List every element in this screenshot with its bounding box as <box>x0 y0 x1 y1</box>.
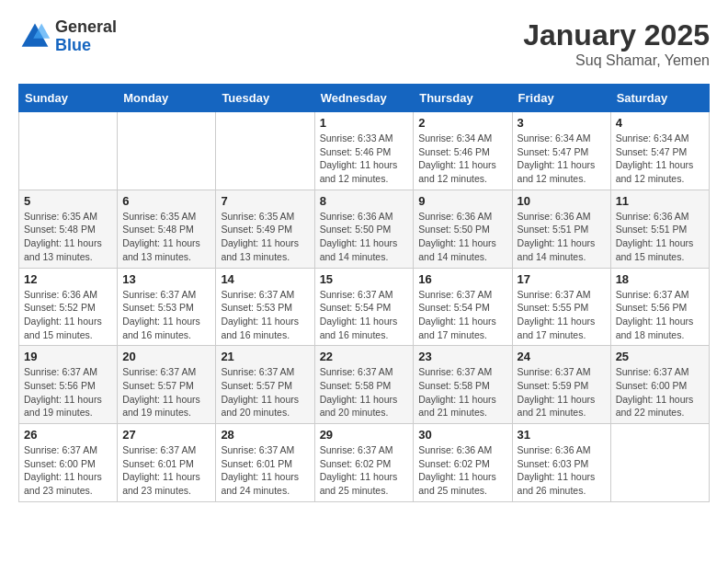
calendar-week-row: 1Sunrise: 6:33 AMSunset: 5:46 PMDaylight… <box>19 112 710 190</box>
weekday-header-tuesday: Tuesday <box>216 85 314 112</box>
logo: General Blue <box>18 18 117 55</box>
day-number: 29 <box>320 428 409 442</box>
day-info: Sunrise: 6:37 AMSunset: 5:54 PMDaylight:… <box>320 288 409 342</box>
logo-icon <box>18 20 51 53</box>
calendar-cell: 30Sunrise: 6:36 AMSunset: 6:02 PMDayligh… <box>414 424 512 502</box>
calendar-cell: 4Sunrise: 6:34 AMSunset: 5:47 PMDaylight… <box>610 112 709 190</box>
day-number: 17 <box>518 272 606 286</box>
day-info: Sunrise: 6:35 AMSunset: 5:48 PMDaylight:… <box>122 210 210 264</box>
calendar-cell <box>216 112 314 190</box>
day-number: 28 <box>221 428 309 442</box>
calendar-cell: 21Sunrise: 6:37 AMSunset: 5:57 PMDayligh… <box>216 346 314 424</box>
day-info: Sunrise: 6:37 AMSunset: 5:58 PMDaylight:… <box>418 365 506 419</box>
day-number: 31 <box>518 428 606 442</box>
calendar-cell: 26Sunrise: 6:37 AMSunset: 6:00 PMDayligh… <box>19 424 118 502</box>
day-number: 6 <box>122 194 210 208</box>
calendar-cell <box>19 112 118 190</box>
calendar-cell <box>610 424 709 502</box>
calendar-cell: 22Sunrise: 6:37 AMSunset: 5:58 PMDayligh… <box>314 346 414 424</box>
day-info: Sunrise: 6:37 AMSunset: 6:01 PMDaylight:… <box>221 443 309 498</box>
day-number: 23 <box>418 350 506 363</box>
calendar-cell: 13Sunrise: 6:37 AMSunset: 5:53 PMDayligh… <box>118 268 216 346</box>
calendar-week-row: 12Sunrise: 6:36 AMSunset: 5:52 PMDayligh… <box>19 268 710 346</box>
day-info: Sunrise: 6:36 AMSunset: 5:51 PMDaylight:… <box>518 210 606 264</box>
calendar-week-row: 19Sunrise: 6:37 AMSunset: 5:56 PMDayligh… <box>19 346 710 424</box>
calendar-week-row: 5Sunrise: 6:35 AMSunset: 5:48 PMDaylight… <box>19 190 710 268</box>
day-number: 13 <box>122 272 210 286</box>
calendar-cell: 16Sunrise: 6:37 AMSunset: 5:54 PMDayligh… <box>414 268 512 346</box>
day-number: 10 <box>518 194 606 208</box>
calendar-cell: 17Sunrise: 6:37 AMSunset: 5:55 PMDayligh… <box>512 268 610 346</box>
day-number: 25 <box>616 350 704 363</box>
calendar-cell: 1Sunrise: 6:33 AMSunset: 5:46 PMDaylight… <box>314 112 414 190</box>
day-info: Sunrise: 6:36 AMSunset: 6:03 PMDaylight:… <box>518 443 606 498</box>
calendar-subtitle: Suq Shamar, Yemen <box>523 52 710 69</box>
calendar-cell: 23Sunrise: 6:37 AMSunset: 5:58 PMDayligh… <box>414 346 512 424</box>
day-info: Sunrise: 6:36 AMSunset: 6:02 PMDaylight:… <box>418 443 506 498</box>
day-info: Sunrise: 6:37 AMSunset: 5:57 PMDaylight:… <box>122 365 210 419</box>
logo-blue: Blue <box>55 37 117 55</box>
day-number: 4 <box>616 116 704 130</box>
day-info: Sunrise: 6:37 AMSunset: 5:56 PMDaylight:… <box>616 288 704 342</box>
day-info: Sunrise: 6:37 AMSunset: 5:57 PMDaylight:… <box>221 365 309 419</box>
calendar-header: SundayMondayTuesdayWednesdayThursdayFrid… <box>19 85 710 112</box>
calendar-cell: 27Sunrise: 6:37 AMSunset: 6:01 PMDayligh… <box>118 424 216 502</box>
day-info: Sunrise: 6:36 AMSunset: 5:50 PMDaylight:… <box>320 210 409 264</box>
weekday-header-row: SundayMondayTuesdayWednesdayThursdayFrid… <box>19 85 710 112</box>
calendar-cell: 6Sunrise: 6:35 AMSunset: 5:48 PMDaylight… <box>118 190 216 268</box>
day-number: 15 <box>320 272 409 286</box>
calendar-title: January 2025 <box>523 18 710 52</box>
day-info: Sunrise: 6:36 AMSunset: 5:50 PMDaylight:… <box>418 210 506 264</box>
calendar-cell: 7Sunrise: 6:35 AMSunset: 5:49 PMDaylight… <box>216 190 314 268</box>
logo-text: General Blue <box>55 18 117 55</box>
weekday-header-monday: Monday <box>118 85 216 112</box>
weekday-header-wednesday: Wednesday <box>314 85 414 112</box>
day-number: 22 <box>320 350 409 363</box>
calendar-cell <box>118 112 216 190</box>
calendar-cell: 5Sunrise: 6:35 AMSunset: 5:48 PMDaylight… <box>19 190 118 268</box>
calendar-cell: 25Sunrise: 6:37 AMSunset: 6:00 PMDayligh… <box>610 346 709 424</box>
day-info: Sunrise: 6:37 AMSunset: 5:58 PMDaylight:… <box>320 365 409 419</box>
day-info: Sunrise: 6:37 AMSunset: 5:59 PMDaylight:… <box>518 365 606 419</box>
day-info: Sunrise: 6:34 AMSunset: 5:47 PMDaylight:… <box>518 132 606 186</box>
day-info: Sunrise: 6:35 AMSunset: 5:49 PMDaylight:… <box>221 210 309 264</box>
calendar-cell: 14Sunrise: 6:37 AMSunset: 5:53 PMDayligh… <box>216 268 314 346</box>
day-number: 20 <box>122 350 210 363</box>
day-info: Sunrise: 6:36 AMSunset: 5:52 PMDaylight:… <box>24 288 112 342</box>
day-info: Sunrise: 6:37 AMSunset: 5:56 PMDaylight:… <box>24 365 112 419</box>
calendar-cell: 20Sunrise: 6:37 AMSunset: 5:57 PMDayligh… <box>118 346 216 424</box>
calendar-cell: 15Sunrise: 6:37 AMSunset: 5:54 PMDayligh… <box>314 268 414 346</box>
calendar-week-row: 26Sunrise: 6:37 AMSunset: 6:00 PMDayligh… <box>19 424 710 502</box>
day-number: 27 <box>122 428 210 442</box>
title-block: January 2025 Suq Shamar, Yemen <box>523 18 710 69</box>
day-number: 18 <box>616 272 704 286</box>
day-info: Sunrise: 6:34 AMSunset: 5:47 PMDaylight:… <box>616 132 704 186</box>
day-number: 5 <box>24 194 112 208</box>
day-info: Sunrise: 6:37 AMSunset: 6:01 PMDaylight:… <box>122 443 210 498</box>
day-info: Sunrise: 6:37 AMSunset: 5:55 PMDaylight:… <box>518 288 606 342</box>
day-number: 14 <box>221 272 309 286</box>
page-header: General Blue January 2025 Suq Shamar, Ye… <box>18 18 710 69</box>
day-number: 7 <box>221 194 309 208</box>
day-info: Sunrise: 6:37 AMSunset: 5:53 PMDaylight:… <box>221 288 309 342</box>
day-info: Sunrise: 6:33 AMSunset: 5:46 PMDaylight:… <box>320 132 409 186</box>
weekday-header-saturday: Saturday <box>610 85 709 112</box>
day-info: Sunrise: 6:37 AMSunset: 5:54 PMDaylight:… <box>418 288 506 342</box>
day-number: 11 <box>616 194 704 208</box>
day-info: Sunrise: 6:35 AMSunset: 5:48 PMDaylight:… <box>24 210 112 264</box>
calendar-cell: 2Sunrise: 6:34 AMSunset: 5:46 PMDaylight… <box>414 112 512 190</box>
day-info: Sunrise: 6:37 AMSunset: 6:00 PMDaylight:… <box>616 365 704 419</box>
calendar-cell: 29Sunrise: 6:37 AMSunset: 6:02 PMDayligh… <box>314 424 414 502</box>
weekday-header-thursday: Thursday <box>414 85 512 112</box>
calendar-cell: 10Sunrise: 6:36 AMSunset: 5:51 PMDayligh… <box>512 190 610 268</box>
calendar-cell: 9Sunrise: 6:36 AMSunset: 5:50 PMDaylight… <box>414 190 512 268</box>
calendar-cell: 31Sunrise: 6:36 AMSunset: 6:03 PMDayligh… <box>512 424 610 502</box>
day-info: Sunrise: 6:37 AMSunset: 6:00 PMDaylight:… <box>24 443 112 498</box>
day-number: 1 <box>320 116 409 130</box>
calendar-cell: 12Sunrise: 6:36 AMSunset: 5:52 PMDayligh… <box>19 268 118 346</box>
weekday-header-friday: Friday <box>512 85 610 112</box>
calendar-table: SundayMondayTuesdayWednesdayThursdayFrid… <box>18 84 710 502</box>
day-info: Sunrise: 6:34 AMSunset: 5:46 PMDaylight:… <box>418 132 506 186</box>
calendar-body: 1Sunrise: 6:33 AMSunset: 5:46 PMDaylight… <box>19 112 710 502</box>
calendar-cell: 19Sunrise: 6:37 AMSunset: 5:56 PMDayligh… <box>19 346 118 424</box>
